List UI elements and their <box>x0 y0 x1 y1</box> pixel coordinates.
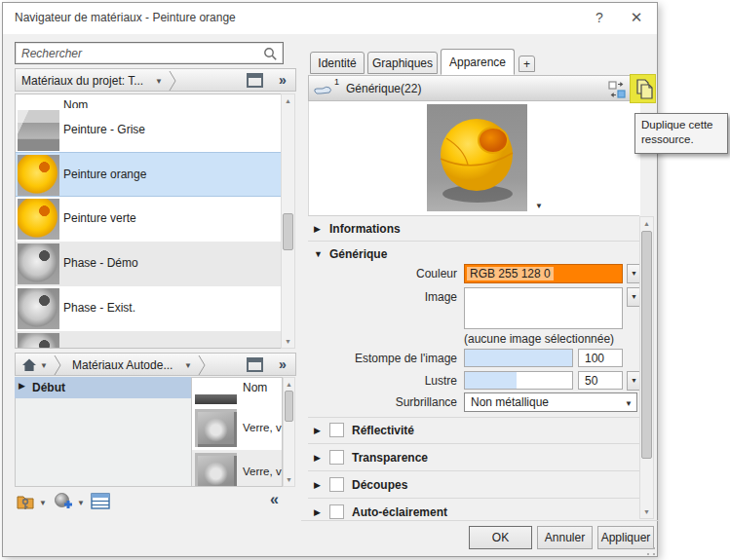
material-row-phase-demo[interactable]: Phase - Démo <box>16 242 281 286</box>
image-field[interactable] <box>464 287 623 329</box>
tab-add-button[interactable]: + <box>519 56 535 72</box>
reflectivite-checkbox[interactable] <box>329 423 344 437</box>
material-thumbnail <box>18 243 59 284</box>
tab-apparence[interactable]: Apparence <box>441 49 515 75</box>
section-reflectivite[interactable]: ▶ Réflectivité <box>308 418 639 444</box>
material-preview-image[interactable] <box>427 104 527 211</box>
scrollbar-thumb[interactable] <box>641 231 652 459</box>
material-thumbnail <box>18 199 59 240</box>
tab-label: + <box>523 57 530 71</box>
estompe-slider[interactable] <box>464 349 573 367</box>
section-label: Transparence <box>352 451 428 465</box>
material-name: Peinture - Grise <box>63 123 145 136</box>
expander-icon[interactable]: ▶ <box>19 381 25 391</box>
tab-graphiques[interactable]: Graphiques <box>367 52 438 74</box>
tab-label: Identité <box>318 56 356 70</box>
material-row-peinture-grise[interactable]: Peinture - Grise <box>16 108 281 153</box>
create-material-icon[interactable] <box>54 492 73 511</box>
expander-icon[interactable]: ▶ <box>314 507 321 517</box>
swap-asset-icon[interactable] <box>608 81 626 98</box>
library-material-row[interactable]: Verre, vi <box>192 450 282 487</box>
scrollbar-thumb[interactable] <box>285 391 293 422</box>
section-decoupes[interactable]: ▶ Découpes <box>308 472 639 499</box>
surbrillance-value: Non métallique <box>471 395 549 409</box>
estompe-value-input[interactable]: 100 <box>578 349 623 367</box>
library-column-header[interactable]: Nom <box>243 381 267 394</box>
lustre-slider[interactable] <box>464 371 573 390</box>
search-input[interactable]: Rechercher <box>15 42 284 64</box>
show-more-button[interactable]: » <box>279 72 287 88</box>
help-button[interactable]: ? <box>583 3 616 32</box>
tab-label: Graphiques <box>372 56 433 70</box>
decoupes-checkbox[interactable] <box>329 477 344 492</box>
title-bar[interactable]: Navigateur de matériaux - Peinture orang… <box>3 3 657 34</box>
material-name: Phase - Démo <box>63 256 138 270</box>
tab-label: Apparence <box>449 56 506 69</box>
list-view-icon[interactable] <box>91 493 110 509</box>
scroll-up-icon[interactable]: ▲ <box>640 217 653 230</box>
couleur-label: Couleur <box>311 267 457 280</box>
library-list-scrollbar[interactable]: ▲ ▼ <box>283 377 295 487</box>
material-thumbnail <box>18 288 59 329</box>
section-label: Informations <box>329 222 401 236</box>
properties-scrollbar[interactable]: ▲ ▼ <box>639 216 654 519</box>
breadcrumb-chevron-icon <box>53 355 62 376</box>
auto-eclairement-checkbox[interactable] <box>329 504 344 519</box>
material-name: Verre, vi <box>243 422 283 433</box>
home-dropdown-icon[interactable]: ▼ <box>40 361 48 370</box>
manage-library-dropdown-icon[interactable]: ▼ <box>39 499 47 507</box>
ok-button[interactable]: OK <box>469 526 532 549</box>
asset-name: Générique(22) <box>346 82 421 95</box>
panel-toggle-icon[interactable] <box>247 357 263 372</box>
material-row-peinture-verte[interactable]: Peinture verte <box>16 197 281 242</box>
project-materials-label[interactable]: Matériaux du projet: T... <box>21 74 143 88</box>
scroll-down-icon[interactable]: ▼ <box>284 473 294 486</box>
material-row-phase-exist[interactable]: Phase - Exist. <box>16 286 281 331</box>
collapse-panel-button[interactable]: « <box>270 491 279 508</box>
tree-item-debut[interactable]: ▶ Début <box>15 377 191 398</box>
manage-library-icon[interactable] <box>17 493 36 510</box>
divider <box>301 520 658 521</box>
expander-icon[interactable]: ▶ <box>314 453 321 463</box>
material-row-phase-temporaire[interactable]: Phase - Temporaire <box>16 331 281 349</box>
cancel-button[interactable]: Annuler <box>537 526 593 549</box>
search-placeholder: Rechercher <box>21 47 82 60</box>
lustre-value-input[interactable]: 50 <box>578 371 623 390</box>
close-button[interactable]: ✕ <box>620 3 653 32</box>
library-label[interactable]: Matériaux Autode... <box>72 358 173 372</box>
section-generique[interactable]: ▼ Générique <box>308 242 639 265</box>
scroll-down-icon[interactable]: ▼ <box>282 335 294 348</box>
show-more-button[interactable]: » <box>279 356 287 372</box>
transparence-checkbox[interactable] <box>329 450 344 465</box>
scroll-up-icon[interactable]: ▲ <box>282 94 294 107</box>
resize-grip[interactable] <box>646 546 655 555</box>
surbrillance-select[interactable]: Non métallique ▼ <box>464 392 637 412</box>
expander-icon[interactable]: ▶ <box>314 426 321 435</box>
expander-icon[interactable]: ▶ <box>314 480 321 490</box>
home-icon[interactable] <box>21 357 37 372</box>
scroll-down-icon[interactable]: ▼ <box>640 505 653 518</box>
panel-toggle-icon[interactable] <box>247 73 263 88</box>
tab-identite[interactable]: Identité <box>310 52 365 74</box>
library-material-row[interactable]: Verre, vi <box>192 406 282 450</box>
scrollbar-thumb[interactable] <box>283 213 293 250</box>
expander-icon[interactable]: ▶ <box>314 224 321 234</box>
material-name: Phase - Exist. <box>63 301 135 315</box>
usage-hand-icon <box>313 85 334 97</box>
couleur-swatch[interactable]: RGB 255 128 0 <box>464 264 623 283</box>
preview-area: ▼ <box>308 101 640 215</box>
scroll-up-icon[interactable]: ▲ <box>284 378 294 391</box>
tree-item-label: Début <box>32 381 65 394</box>
duplicate-asset-button[interactable] <box>630 74 656 103</box>
material-row-peinture-orange[interactable]: Peinture orange <box>16 152 281 197</box>
search-icon <box>263 47 278 61</box>
preview-options-arrow-icon[interactable]: ▼ <box>535 202 543 210</box>
create-material-dropdown-icon[interactable]: ▼ <box>77 499 85 507</box>
project-materials-dropdown-icon[interactable]: ▼ <box>155 77 163 86</box>
section-informations[interactable]: ▶ Informations <box>308 216 639 242</box>
section-transparence[interactable]: ▶ Transparence <box>308 445 639 471</box>
expander-icon[interactable]: ▼ <box>314 249 323 259</box>
materials-list-scrollbar[interactable]: ▲ ▼ <box>281 93 295 349</box>
section-auto-eclairement[interactable]: ▶ Auto-éclairement <box>308 500 639 526</box>
library-dropdown-icon[interactable]: ▼ <box>184 361 192 370</box>
